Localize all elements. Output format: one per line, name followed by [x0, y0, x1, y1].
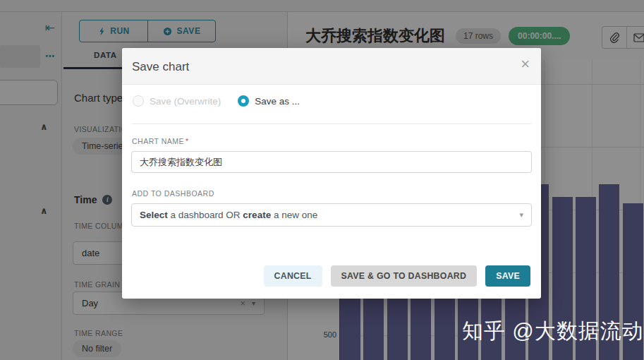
save-chart-modal: Save chart × Save (Overwrite) Save as ..… — [122, 48, 541, 299]
chart-name-label: CHART NAME* — [132, 137, 189, 145]
dashboard-select[interactable]: Select a dashboard OR create a new one ▾ — [131, 203, 532, 227]
radio-icon — [238, 95, 249, 107]
chart-name-input[interactable] — [131, 151, 532, 173]
modal-title: Save chart — [132, 60, 189, 74]
radio-icon — [133, 95, 144, 107]
add-to-dashboard-label: ADD TO DASHBOARD — [132, 189, 214, 198]
watermark-text: 知乎 @大数据流动 — [462, 317, 644, 346]
cancel-button[interactable]: CANCEL — [264, 265, 322, 287]
radio-label: Save as ... — [255, 96, 300, 107]
placeholder-part: a new one — [271, 210, 317, 220]
chart-name-label-text: CHART NAME — [132, 137, 184, 145]
chevron-down-icon[interactable]: ▾ — [519, 210, 523, 220]
save-go-to-dashboard-button[interactable]: SAVE & GO TO DASHBOARD — [331, 265, 478, 287]
radio-label: Save (Overwrite) — [150, 96, 221, 107]
required-mark: * — [186, 137, 189, 145]
save-mode-options: Save (Overwrite) Save as ... — [133, 95, 300, 107]
placeholder-part: create — [243, 210, 271, 220]
radio-save-overwrite[interactable]: Save (Overwrite) — [133, 95, 221, 107]
placeholder-part: a dashboard OR — [168, 210, 243, 220]
placeholder-part: Select — [140, 210, 168, 220]
modal-header: Save chart × — [122, 48, 541, 85]
modal-footer: CANCEL SAVE & GO TO DASHBOARD SAVE — [264, 265, 530, 287]
save-button[interactable]: SAVE — [485, 265, 530, 287]
divider — [132, 124, 531, 124]
close-icon[interactable]: × — [521, 56, 530, 72]
radio-save-as[interactable]: Save as ... — [238, 95, 300, 107]
app-window: ⇤ ••• ∧ ∧ RUN SAVE DATA Chart type VISUA… — [0, 0, 644, 360]
